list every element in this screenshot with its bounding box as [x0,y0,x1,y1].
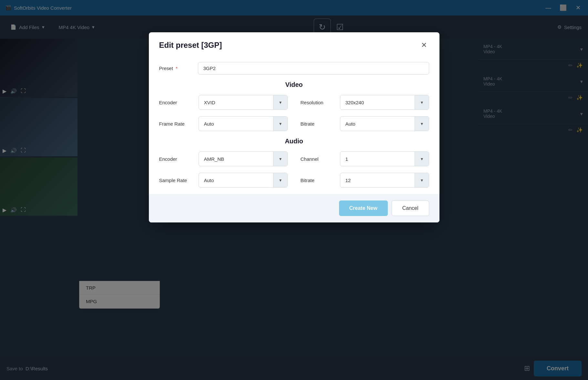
channel-select[interactable]: 1 ▾ [340,151,429,166]
modal-header: Edit preset [3GP] ✕ [149,32,439,57]
video-section-header: Video [159,81,429,88]
audio-bitrate-dropdown-arrow[interactable]: ▾ [415,173,429,187]
sample-rate-field: Sample Rate Auto ▾ [159,173,288,188]
preset-input[interactable] [198,62,429,75]
audio-fields-grid: Encoder AMR_NB ▾ Channel 1 ▾ Sampl [159,151,429,188]
channel-value: 1 [340,153,415,165]
frame-rate-label: Frame Rate [159,121,195,127]
sample-rate-label: Sample Rate [159,178,195,183]
audio-bitrate-field: Bitrate 12 ▾ [301,173,429,188]
video-encoder-dropdown-arrow[interactable]: ▾ [273,95,287,109]
video-bitrate-field: Bitrate Auto ▾ [301,116,429,131]
resolution-field: Resolution 320x240 ▾ [301,95,429,110]
channel-dropdown-arrow[interactable]: ▾ [415,152,429,166]
modal-overlay: Edit preset [3GP] ✕ Preset * Video Encod… [0,0,588,380]
sample-rate-select[interactable]: Auto ▾ [199,173,288,188]
frame-rate-field: Frame Rate Auto ▾ [159,116,288,131]
channel-label: Channel [301,156,336,162]
resolution-select[interactable]: 320x240 ▾ [340,95,429,110]
video-encoder-label: Encoder [159,100,195,105]
preset-label: Preset * [159,66,198,71]
frame-rate-dropdown-arrow[interactable]: ▾ [273,117,287,131]
required-indicator: * [176,66,178,71]
audio-encoder-value: AMR_NB [199,153,273,165]
video-bitrate-select[interactable]: Auto ▾ [340,116,429,131]
frame-rate-select[interactable]: Auto ▾ [199,116,288,131]
modal-body: Preset * Video Encoder XVID ▾ Re [149,57,439,188]
frame-rate-value: Auto [199,118,273,130]
cancel-button[interactable]: Cancel [392,200,429,216]
resolution-value: 320x240 [340,97,415,108]
audio-section-header: Audio [159,138,429,145]
audio-encoder-label: Encoder [159,156,195,162]
modal-title: Edit preset [3GP] [159,41,222,50]
edit-preset-modal: Edit preset [3GP] ✕ Preset * Video Encod… [149,32,439,222]
audio-encoder-select[interactable]: AMR_NB ▾ [199,151,288,166]
audio-encoder-dropdown-arrow[interactable]: ▾ [273,152,287,166]
channel-field: Channel 1 ▾ [301,151,429,166]
create-new-button[interactable]: Create New [339,200,388,216]
audio-bitrate-value: 12 [340,174,415,186]
video-bitrate-value: Auto [340,118,415,130]
resolution-dropdown-arrow[interactable]: ▾ [415,95,429,109]
audio-bitrate-label: Bitrate [301,178,336,183]
sample-rate-dropdown-arrow[interactable]: ▾ [273,173,287,187]
video-encoder-select[interactable]: XVID ▾ [199,95,288,110]
video-encoder-field: Encoder XVID ▾ [159,95,288,110]
video-bitrate-label: Bitrate [301,121,336,127]
modal-close-button[interactable]: ✕ [419,40,429,50]
sample-rate-value: Auto [199,174,273,186]
video-encoder-value: XVID [199,97,273,108]
preset-field-row: Preset * [159,62,429,75]
video-bitrate-dropdown-arrow[interactable]: ▾ [415,117,429,131]
resolution-label: Resolution [301,100,336,105]
video-fields-grid: Encoder XVID ▾ Resolution 320x240 ▾ [159,95,429,131]
audio-encoder-field: Encoder AMR_NB ▾ [159,151,288,166]
modal-footer: Create New Cancel [149,194,439,222]
audio-bitrate-select[interactable]: 12 ▾ [340,173,429,188]
